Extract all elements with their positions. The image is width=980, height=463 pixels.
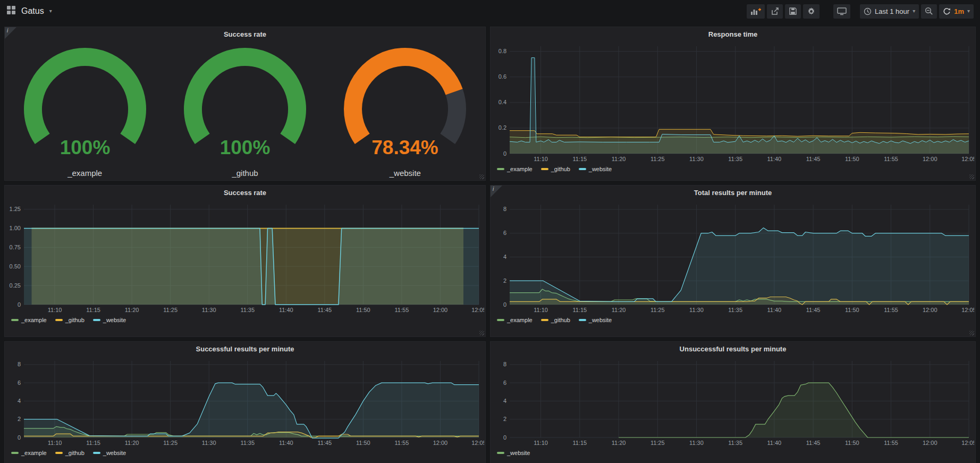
y-tick-label: 0.2 [499,124,506,131]
x-tick-label: 11:50 [356,440,370,446]
legend-item-_website[interactable]: _website [93,317,126,323]
legend-item-_example[interactable]: _example [11,317,47,323]
x-tick-label: 11:10 [534,307,548,313]
legend-item-_github[interactable]: _github [55,317,85,323]
legend-swatch [11,319,19,321]
gauge-_website: 78.34%_website [325,44,485,178]
response-time-chart[interactable]: 11:1011:1511:2011:2511:3011:3511:4011:45… [491,41,975,163]
legend-label: _website [103,317,126,323]
zoom-out-icon [925,7,933,15]
refresh-icon [943,7,951,15]
legend-swatch [497,319,504,321]
legend-swatch [541,168,548,170]
legend-item-_github[interactable]: _github [541,166,570,172]
add-panel-icon [750,7,761,15]
x-tick-label: 11:20 [125,307,139,313]
zoom-out-button[interactable] [921,4,937,19]
x-tick-label: 12:00 [433,307,448,313]
x-tick-label: 11:45 [317,307,332,313]
legend-swatch [93,452,100,454]
panel-unsuccessful-results: Unsuccessful results per minute 11:1011:… [490,341,976,463]
panel-resize-handle[interactable] [969,331,974,335]
panel-header[interactable]: Unsuccessful results per minute [491,342,975,356]
panel-header[interactable]: Successful results per minute [5,342,485,356]
series-fill-_website [24,383,479,438]
x-tick-label: 12:05 [961,307,974,313]
legend-swatch [11,452,19,454]
chevron-down-icon: ▾ [967,9,970,14]
y-tick-label: 6 [18,380,21,386]
y-tick-label: 1.25 [10,206,21,212]
panel-header[interactable]: Success rate [5,27,485,41]
x-tick-label: 11:15 [572,307,587,313]
panel-header[interactable]: Response time [491,27,975,41]
dashboard-grid-icon[interactable] [6,5,16,17]
x-tick-label: 11:30 [202,307,216,313]
navbar-right: Last 1 hour ▾ 1m ▾ [745,4,974,19]
legend: _example_github_website [497,163,975,175]
x-tick-label: 11:30 [202,440,216,446]
x-tick-label: 11:55 [884,307,898,313]
gauge-row: 100%_example100%_github78.34%_website [5,41,485,178]
x-tick-label: 11:40 [279,440,293,446]
legend-item-_example[interactable]: _example [497,166,533,172]
x-tick-label: 12:05 [961,440,974,446]
chevron-down-icon[interactable]: ▾ [49,9,52,14]
panel-header[interactable]: Success rate [5,186,485,199]
dashboard-title[interactable]: Gatus [21,6,44,16]
legend-item-_website[interactable]: _website [579,166,612,172]
success-rate-chart[interactable]: 11:1011:1511:2011:2511:3011:3511:4011:45… [5,199,485,314]
x-tick-label: 11:45 [806,307,821,313]
legend-item-_github[interactable]: _github [541,317,570,323]
unsuccessful-results-chart[interactable]: 11:1011:1511:2011:2511:3011:3511:4011:45… [491,356,975,447]
legend-swatch [579,168,586,170]
y-tick-label: 8 [18,361,21,367]
legend-swatch [541,319,548,321]
monitor-icon [837,7,847,15]
x-tick-label: 11:45 [806,156,821,162]
x-tick-label: 11:20 [612,440,626,446]
legend-label: _website [589,166,612,172]
panel-resize-handle[interactable] [479,174,484,179]
x-tick-label: 11:30 [689,440,704,446]
gauge-_example: 100%_example [5,44,165,178]
legend-item-_website[interactable]: _website [579,317,612,323]
panel-title[interactable]: Success rate [224,189,266,197]
panel-title[interactable]: Success rate [224,30,266,38]
legend-item-_website[interactable]: _website [93,450,126,456]
y-tick-label: 0 [503,434,506,441]
panel-response-time: Response time 11:1011:1511:2011:2511:301… [490,27,976,181]
share-icon [771,7,779,15]
successful-results-chart[interactable]: 11:1011:1511:2011:2511:3011:3511:4011:45… [5,356,485,447]
legend-item-_example[interactable]: _example [497,317,533,323]
cycle-view-mode-button[interactable] [833,4,850,19]
gauge-label: _website [325,169,485,178]
share-button[interactable] [767,4,783,19]
panel-resize-handle[interactable] [969,174,974,179]
time-range-button[interactable]: Last 1 hour ▾ [860,4,919,19]
refresh-button[interactable]: 1m ▾ [939,4,974,19]
x-tick-label: 11:50 [845,440,859,446]
add-panel-button[interactable] [747,4,765,19]
legend-item-_website[interactable]: _website [497,450,530,456]
x-tick-label: 11:50 [845,156,859,162]
legend-item-_example[interactable]: _example [11,450,47,456]
total-results-chart[interactable]: 11:1011:1511:2011:2511:3011:3511:4011:45… [491,199,975,314]
settings-button[interactable] [803,4,820,19]
info-icon: i [493,186,494,192]
panel-title[interactable]: Unsuccessful results per minute [680,345,787,353]
x-tick-label: 11:50 [356,307,370,313]
legend-item-_github[interactable]: _github [55,450,85,456]
panel-title[interactable]: Successful results per minute [196,345,294,353]
panel-header[interactable]: Total results per minute [491,186,975,199]
y-tick-label: 0.25 [10,282,21,289]
save-button[interactable] [785,4,801,19]
x-tick-label: 11:30 [689,307,704,313]
legend-swatch [497,168,504,170]
panel-title[interactable]: Response time [708,30,757,38]
x-tick-label: 12:05 [961,156,974,162]
legend-label: _github [65,317,85,323]
legend: _example_github_website [11,447,485,459]
panel-title[interactable]: Total results per minute [694,189,772,197]
panel-resize-handle[interactable] [479,331,484,335]
